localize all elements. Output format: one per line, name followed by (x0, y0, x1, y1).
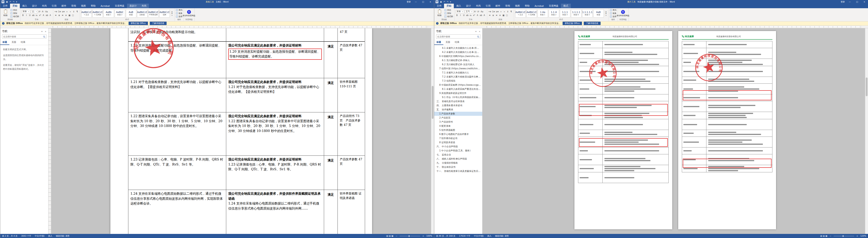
zoom-percentage[interactable]: 120% (860, 235, 866, 237)
nav-dropdown-icon[interactable]: ▾ (475, 30, 476, 33)
ribbon-tab[interactable]: 帮助 (522, 4, 532, 8)
close-button[interactable]: × (862, 1, 867, 3)
font-tool-button[interactable]: A⁻ (477, 10, 480, 13)
paragraph-button[interactable]: ≡ (61, 14, 64, 17)
qat-dropdown-icon[interactable]: ▾ (450, 1, 451, 3)
vertical-scrollbar[interactable] (865, 28, 868, 234)
clipboard-small-button[interactable]: 剪切 (10, 9, 19, 11)
maximize-button[interactable]: □ (855, 1, 859, 3)
save-to-baidu-button[interactable]: 百 保存到百度网盘 (185, 10, 193, 17)
nav-heading-item[interactable]: 九、 分项报价明细表 (434, 161, 482, 165)
document-canvas[interactable]: 纳龙健康 纳龙健康科技股份有限公司 纳龙健康科技股份有限公司 (483, 28, 868, 234)
vertical-scrollbar[interactable] (431, 28, 434, 234)
style-tile[interactable]: 1.1.1 标题 3 (560, 9, 570, 18)
nav-heading-item[interactable]: 9.1 符合《中华人民共和国政府采购法》第二十二条 (434, 95, 482, 99)
font-size-combo[interactable]: 11▾ (31, 10, 38, 13)
paragraph-button[interactable]: ≡ (488, 14, 491, 17)
search-icon[interactable] (476, 36, 480, 37)
zoom-in-button[interactable]: + (423, 235, 424, 237)
nav-heading-item[interactable]: 8.1 未被列入政府采购严重违法失信行为记录名单 (434, 87, 482, 91)
sign-in-button[interactable]: 登录 (841, 0, 845, 3)
ribbon-tab[interactable]: 审阅 (503, 4, 513, 8)
nav-heading-item[interactable]: 3 产品说明书 (434, 120, 482, 124)
nav-search-input[interactable] (436, 35, 476, 38)
style-tile[interactable]: AaBb 标题 1 (103, 9, 114, 18)
paragraph-button[interactable]: ¶ (76, 10, 79, 13)
undo-icon[interactable]: ↶ (9, 1, 11, 3)
nav-tab[interactable]: 页面 (443, 40, 453, 45)
nav-heading-item[interactable]: 5 软件界面截图 (434, 128, 482, 132)
font-format-button[interactable]: ab (32, 14, 35, 17)
nav-heading-item[interactable]: 八、 残疾人福利性单位声明函 (434, 157, 482, 161)
zoom-slider-thumb[interactable] (409, 235, 409, 237)
ribbon-tab[interactable]: 邮件 (493, 4, 503, 8)
font-format-button[interactable]: A (49, 14, 52, 17)
nav-heading-item[interactable]: 4 配置清单 (434, 124, 482, 128)
paragraph-button[interactable]: 1≡ (58, 10, 61, 13)
ribbon-tab[interactable]: 视图 (513, 4, 522, 8)
spec-page-right[interactable]: 纳龙健康 纳龙健康科技股份有限公司 纳龙健康科技股份有限公司 (678, 31, 776, 229)
nav-heading-item[interactable]: 7 信用中国 (https://www.creditchina.gov.cn) (434, 67, 482, 71)
paste-button[interactable]: 粘贴 (435, 10, 443, 17)
paragraph-button[interactable]: ≣ (492, 14, 495, 17)
editing-button[interactable]: 替换 (610, 12, 617, 15)
style-tile[interactable]: 1 Aa 标题 1 (537, 9, 548, 18)
accessibility-status[interactable]: 辅助功能: 调查 (56, 235, 70, 238)
font-format-button[interactable]: ab (45, 14, 49, 17)
clipboard-small-button[interactable]: 复制 (10, 12, 19, 15)
nav-heading-item[interactable]: 6.1 无行贿犯罪记录-投标人 (434, 58, 482, 62)
ribbon-tab[interactable]: 审阅 (69, 4, 79, 8)
redo-icon[interactable]: ↷ (447, 1, 448, 3)
nav-heading-item[interactable]: 8 证明及承诺函 (434, 140, 482, 144)
vertical-ruler[interactable] (49, 28, 51, 234)
maximize-button[interactable]: □ (421, 1, 425, 3)
word-count[interactable]: 17630 个字 (459, 235, 470, 238)
nav-heading-item[interactable]: 6 中国裁判文书网(https://wenshu.court.gov.cn) (434, 54, 482, 58)
nav-tab[interactable]: 页面 (9, 40, 19, 45)
nav-dropdown-icon[interactable]: ▾ (41, 30, 42, 33)
paragraph-button[interactable]: ¶ (510, 10, 513, 13)
nav-heading-item[interactable]: 2 产品彩页 (434, 116, 482, 120)
paragraph-button[interactable]: ↕ (506, 10, 509, 13)
nav-tab[interactable]: 标题 (434, 40, 443, 45)
view-mode-buttons[interactable]: ▥ ▤ ▦ (820, 235, 827, 237)
paragraph-button[interactable]: ≣ (58, 14, 61, 17)
ribbon-tab[interactable]: 文件 (434, 4, 444, 8)
editing-button[interactable]: 选择 (610, 15, 617, 18)
editing-button[interactable]: 查找 (610, 9, 617, 11)
font-format-button[interactable]: ab (479, 14, 483, 17)
ribbon-tab[interactable]: 引用 (49, 4, 59, 8)
editing-button[interactable]: 选择 (176, 15, 183, 18)
paragraph-button[interactable]: a≡ (62, 10, 65, 13)
spec-page-left[interactable]: 纳龙健康 纳龙健康科技股份有限公司 纳龙健康科技股份有限公司 (575, 31, 672, 229)
nav-heading-item[interactable]: 7.3 信用报告 (434, 79, 482, 83)
accessibility-status[interactable]: 辅助功能: 调查 (495, 235, 509, 238)
style-tile[interactable]: AaBbCcD → 无间隔 (92, 9, 103, 18)
font-format-button[interactable]: x² (473, 14, 476, 17)
paragraph-button[interactable]: « (66, 10, 68, 13)
nav-heading-item[interactable]: 六、 中小企业声明函 (434, 144, 482, 149)
paragraph-button[interactable]: ≡ (54, 14, 57, 17)
save-icon[interactable]: ▣ (6, 1, 8, 3)
minimize-button[interactable]: — (413, 1, 418, 3)
paste-button[interactable]: 粘贴 (1, 10, 9, 17)
paragraph-button[interactable]: ≡ (495, 14, 498, 17)
nav-heading-item[interactable]: 十一、 资格性检查索引表及质量保证售后服务承诺 (434, 169, 482, 173)
clipboard-small-button[interactable]: 格式刷 (444, 15, 453, 18)
paragraph-button[interactable]: ▦ (68, 14, 71, 17)
nav-heading-item[interactable]: 4.1 未被列入失信被执行人名单-投标人 (434, 46, 482, 50)
undo-icon[interactable]: ↶ (443, 1, 445, 3)
ribbon-tab[interactable]: 表设计 (127, 4, 139, 8)
zoom-in-button[interactable]: + (857, 235, 858, 237)
nav-heading-item[interactable]: 8 中国政府采购网 (https://www.ccgp.gov.cn) (434, 83, 482, 87)
ribbon-tab[interactable]: 百度网盘 (547, 4, 561, 8)
nav-tab[interactable]: 结果 (453, 40, 462, 45)
font-format-button[interactable]: x₂ (469, 14, 472, 17)
font-format-button[interactable]: A (42, 14, 45, 17)
redo-icon[interactable]: ↷ (13, 1, 14, 3)
save-to-baidu-button[interactable]: 百 保存到百度网盘 (619, 10, 627, 17)
font-name-combo[interactable]: 宋体▾ (456, 10, 464, 13)
nav-tab[interactable]: 标题 (0, 40, 9, 45)
clipboard-small-button[interactable]: 剪切 (444, 9, 453, 11)
horizontal-ruler[interactable] (53, 26, 427, 28)
